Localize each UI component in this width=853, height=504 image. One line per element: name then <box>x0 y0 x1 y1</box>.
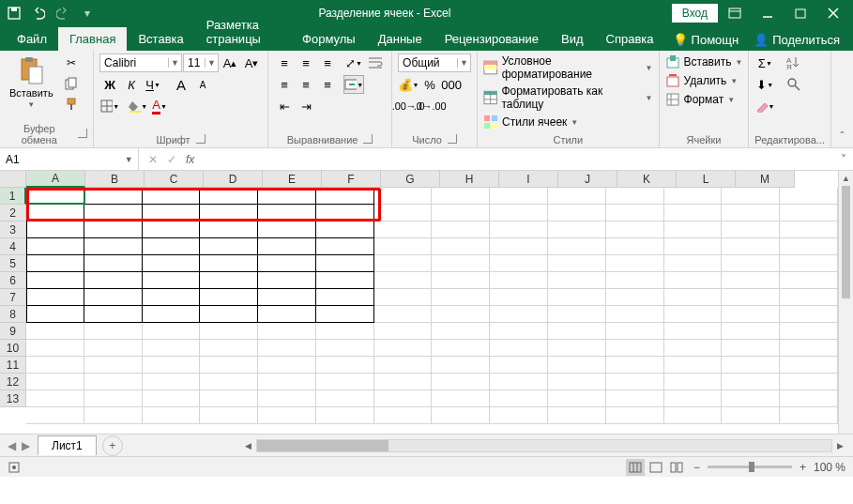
cell[interactable] <box>722 340 780 357</box>
cell[interactable] <box>490 374 548 390</box>
cell[interactable] <box>143 390 201 407</box>
record-macro-icon[interactable] <box>8 461 21 474</box>
cell[interactable] <box>664 323 723 340</box>
wrap-text-icon[interactable] <box>365 53 386 72</box>
cell[interactable] <box>143 306 201 323</box>
cell[interactable] <box>548 407 606 424</box>
cell[interactable] <box>606 306 664 323</box>
zoom-slider[interactable] <box>708 466 792 468</box>
cell[interactable] <box>258 188 316 205</box>
cell[interactable] <box>664 221 723 238</box>
cell[interactable] <box>258 205 316 221</box>
cell[interactable] <box>432 340 490 357</box>
cell[interactable] <box>722 272 780 289</box>
cell[interactable] <box>316 188 374 205</box>
currency-icon[interactable]: 💰▼ <box>398 75 419 94</box>
cell[interactable] <box>258 221 316 238</box>
row-header[interactable]: 8 <box>0 306 26 323</box>
cell[interactable] <box>606 238 664 255</box>
column-header[interactable]: G <box>381 171 440 188</box>
cell[interactable] <box>316 374 374 390</box>
alignment-launcher[interactable] <box>363 134 373 144</box>
select-all-corner[interactable] <box>0 171 26 188</box>
font-launcher[interactable] <box>196 134 206 144</box>
decrease-font-icon[interactable]: A▾ <box>241 53 262 72</box>
cell[interactable] <box>26 357 84 374</box>
cell[interactable] <box>606 407 664 424</box>
cell[interactable] <box>374 374 433 390</box>
cell[interactable] <box>432 407 490 424</box>
font-name-combo[interactable]: ▼ <box>99 53 182 72</box>
italic-icon[interactable]: К <box>121 75 142 94</box>
cell[interactable] <box>374 221 433 238</box>
cell[interactable] <box>143 323 201 340</box>
cell[interactable] <box>200 374 258 390</box>
cell[interactable] <box>490 407 548 424</box>
name-box[interactable]: ▼ <box>0 148 139 170</box>
cell[interactable] <box>606 357 664 374</box>
cell[interactable] <box>490 272 548 289</box>
tab-layout[interactable]: Разметка страницы <box>195 13 291 51</box>
percent-icon[interactable]: % <box>419 75 440 94</box>
cell[interactable] <box>374 323 433 340</box>
cell[interactable] <box>143 357 201 374</box>
cell[interactable] <box>664 255 723 272</box>
cell[interactable] <box>143 188 201 205</box>
login-button[interactable]: Вход <box>672 4 718 23</box>
format-as-table-button[interactable]: Форматировать как таблицу▼ <box>483 84 652 112</box>
cell[interactable] <box>664 272 723 289</box>
cell[interactable] <box>258 340 316 357</box>
tab-review[interactable]: Рецензирование <box>434 27 550 51</box>
cell[interactable] <box>84 306 143 323</box>
cell[interactable] <box>84 188 143 205</box>
cell[interactable] <box>432 238 490 255</box>
cell[interactable] <box>374 188 433 205</box>
cell[interactable] <box>84 340 143 357</box>
cell[interactable] <box>664 357 723 374</box>
tab-home[interactable]: Главная <box>58 27 127 51</box>
column-header[interactable]: E <box>263 171 322 188</box>
cell[interactable] <box>606 289 664 306</box>
cell[interactable] <box>432 221 490 238</box>
cell[interactable] <box>722 188 780 205</box>
column-header[interactable]: D <box>204 171 263 188</box>
cell[interactable] <box>258 289 316 306</box>
cell[interactable] <box>200 390 258 407</box>
cell[interactable] <box>548 340 606 357</box>
cell[interactable] <box>606 374 664 390</box>
redo-icon[interactable] <box>53 3 73 23</box>
font-color-icon[interactable]: A▼ <box>149 97 170 115</box>
cell[interactable] <box>664 340 723 357</box>
column-header[interactable]: C <box>145 171 204 188</box>
tab-view[interactable]: Вид <box>550 27 595 51</box>
horizontal-scrollbar[interactable]: ◀ ▶ <box>241 439 847 452</box>
cell[interactable] <box>374 255 433 272</box>
row-header[interactable]: 10 <box>0 340 26 357</box>
column-header[interactable]: M <box>736 171 795 188</box>
cell[interactable] <box>200 407 258 424</box>
cell[interactable] <box>722 407 780 424</box>
font-name-input[interactable] <box>100 56 168 69</box>
cell[interactable] <box>316 306 374 323</box>
find-select-icon[interactable] <box>781 75 807 94</box>
vertical-scrollbar[interactable]: ▲ <box>838 171 853 434</box>
maximize-icon[interactable] <box>784 0 816 26</box>
align-middle-icon[interactable]: ≡ <box>296 53 316 72</box>
row-header[interactable]: 9 <box>0 323 26 340</box>
sheet-nav-next-icon[interactable]: ▶ <box>22 439 30 452</box>
zoom-in-icon[interactable]: + <box>800 461 806 474</box>
column-header[interactable]: J <box>558 171 617 188</box>
align-left-icon[interactable]: ≡ <box>274 75 295 94</box>
cell[interactable] <box>316 221 374 238</box>
column-header[interactable]: H <box>440 171 499 188</box>
increase-font-icon[interactable]: A▴ <box>220 53 240 72</box>
cell[interactable] <box>143 289 201 306</box>
qat-customize-icon[interactable]: ▾ <box>77 3 98 23</box>
cell[interactable] <box>200 188 258 205</box>
cell[interactable] <box>316 255 374 272</box>
cell[interactable] <box>84 205 143 221</box>
share-button[interactable]: 👤Поделиться <box>746 29 847 51</box>
cell[interactable] <box>780 188 838 205</box>
chevron-down-icon[interactable]: ▼ <box>168 58 181 68</box>
cell[interactable] <box>200 289 258 306</box>
